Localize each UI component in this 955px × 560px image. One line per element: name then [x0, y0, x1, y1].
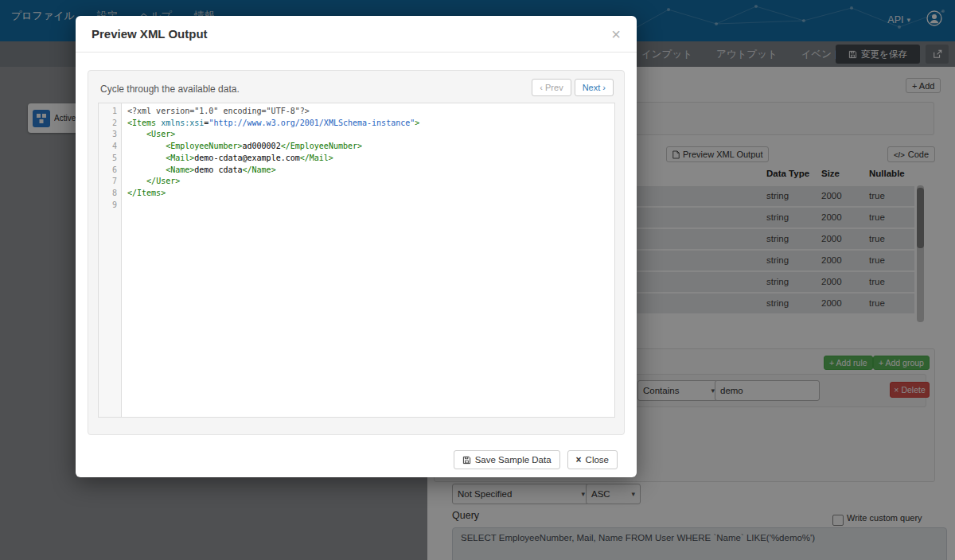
code-token: </Items> — [127, 189, 166, 197]
code-line — [127, 200, 614, 212]
code-token: </EmployeeNumber> — [281, 142, 362, 150]
preview-data-panel: Cycle through the available data. ‹ Prev… — [88, 70, 625, 435]
modal-close-button[interactable]: × Close — [567, 450, 618, 469]
code-token: </Mail> — [300, 154, 333, 162]
line-number: 8 — [99, 188, 121, 200]
code-area[interactable]: <?xml version="1.0" encoding="UTF-8"?><I… — [122, 103, 614, 417]
code-line: </User> — [127, 176, 614, 188]
code-token: </Name> — [243, 165, 276, 174]
code-line: <?xml version="1.0" encoding="UTF-8"?> — [127, 106, 614, 118]
line-number: 7 — [99, 176, 121, 188]
modal-footer: Save Sample Data × Close — [454, 450, 618, 469]
modal-close-label: Close — [586, 455, 609, 465]
save-sample-data-button[interactable]: Save Sample Data — [454, 450, 560, 469]
prev-button[interactable]: ‹ Prev — [532, 79, 571, 96]
cycle-hint-text: Cycle through the available data. — [100, 84, 240, 95]
code-token: demo cdata — [194, 165, 242, 174]
code-token — [127, 154, 166, 162]
code-token: <Items — [127, 119, 156, 127]
code-token: <Mail> — [166, 154, 194, 162]
line-number: 9 — [99, 200, 121, 212]
code-line: <Name>demo cdata</Name> — [127, 165, 614, 177]
line-number: 3 — [99, 129, 121, 141]
code-token: </User> — [146, 177, 180, 185]
code-line: <Items xmlns:xsi="http://www.w3.org/2001… — [127, 118, 614, 130]
code-token: <User> — [146, 130, 175, 138]
code-line: </Items> — [127, 188, 614, 200]
code-token: "http://www.w3.org/2001/XMLSchema-instan… — [209, 119, 415, 127]
code-token: <Name> — [166, 165, 194, 174]
code-token: demo-cdata@example.com — [194, 154, 299, 162]
next-button[interactable]: Next › — [575, 79, 614, 96]
code-token — [127, 177, 146, 185]
preview-xml-modal: Preview XML Output × Cycle through the a… — [76, 16, 637, 477]
code-line: <Mail>demo-cdata@example.com</Mail> — [127, 153, 614, 165]
code-token: > — [415, 119, 419, 127]
code-line: <EmployeeNumber>ad000002</EmployeeNumber… — [127, 141, 614, 153]
code-token: ad000002 — [243, 142, 281, 150]
modal-header: Preview XML Output × — [76, 16, 637, 52]
close-icon[interactable]: × — [611, 26, 621, 42]
line-number: 6 — [99, 165, 121, 177]
line-number-gutter: 123456789 — [99, 103, 122, 417]
code-token: xmlns:xsi — [156, 119, 204, 127]
code-token: <EmployeeNumber> — [166, 142, 242, 150]
code-token: <?xml version="1.0" encoding="UTF-8"?> — [127, 107, 310, 115]
modal-title: Preview XML Output — [92, 27, 611, 41]
x-icon: × — [576, 454, 582, 465]
record-pager: ‹ Prev Next › — [532, 79, 614, 96]
save-sample-data-label: Save Sample Data — [475, 455, 552, 465]
line-number: 4 — [99, 141, 121, 153]
code-token — [127, 165, 166, 174]
code-token — [127, 142, 166, 150]
xml-code-editor[interactable]: 123456789 <?xml version="1.0" encoding="… — [98, 103, 615, 418]
line-number: 1 — [99, 106, 121, 118]
line-number: 2 — [99, 118, 121, 130]
code-token — [127, 130, 146, 138]
line-number: 5 — [99, 153, 121, 165]
save-icon — [462, 456, 471, 465]
code-line: <User> — [127, 129, 614, 141]
